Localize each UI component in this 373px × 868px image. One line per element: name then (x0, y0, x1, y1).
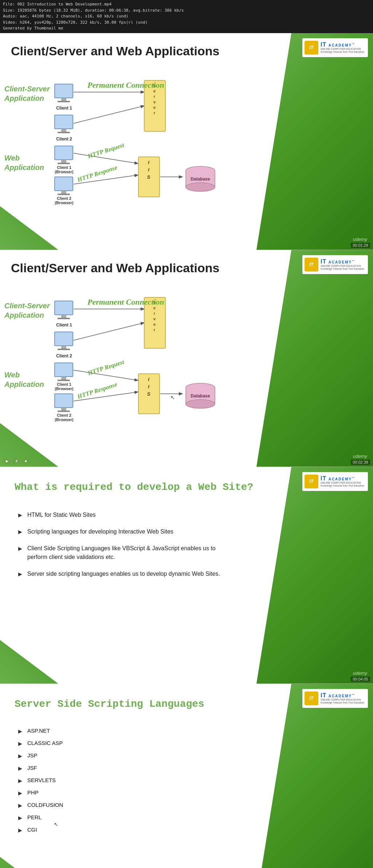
svg-rect-25 (58, 194, 70, 195)
slide4-bullet-jsp: ▶ JSP (18, 752, 63, 759)
svg-line-28 (74, 153, 138, 163)
slide4-bullet-perl: ▶ PERL (18, 814, 63, 821)
slide3-logo-text: IT ACADEMY™ ONLINE COMPUTER EDUCATION Kn… (321, 476, 364, 487)
slide4-frame: IT IT ACADEMY™ ONLINE COMPUTER EDUCATION… (0, 684, 373, 868)
svg-text:↖: ↖ (170, 395, 175, 400)
svg-rect-43 (55, 301, 73, 315)
slide4-bullet-coldfusion: ▶ COLDFUSION (18, 802, 63, 808)
svg-rect-4 (55, 115, 73, 129)
file-info-header: File: 002 Introduction to Web Developmen… (0, 0, 373, 33)
slide2-logo-icon: IT (305, 258, 318, 272)
slide1-udemy: udemy (353, 237, 367, 242)
slide2-udemy: udemy (353, 453, 367, 459)
slide4-logo-tagline: Knowledge Treasure from True Educators (321, 701, 364, 704)
svg-text:r: r (154, 311, 156, 316)
svg-text:e: e (153, 322, 156, 326)
slide4-arrow-perl: ▶ (18, 815, 22, 821)
svg-rect-61 (55, 363, 73, 377)
slide1-diagram: Client 1 Client 2 S e r v e r Permanent … (0, 33, 373, 250)
stop-icon[interactable]: ■ (22, 458, 30, 464)
slide3-udemy: udemy (353, 670, 367, 676)
slide3-bullet-text-2: Scripting languages for developing Inter… (27, 527, 173, 536)
svg-text:I: I (148, 160, 149, 165)
slide4-logo-it: IT ACADEMY™ (321, 693, 364, 698)
slide3: IT IT ACADEMY™ ONLINE COMPUTER EDUCATION… (0, 467, 373, 684)
slide4-bullet-servlets: ▶ SERVLETS (18, 777, 63, 784)
file-info-line4: Video: h264, yuv420p, 1280x720, 322 kb/s… (3, 20, 370, 26)
slide3-logo-academy: ACADEMY™ (329, 477, 356, 481)
svg-text:Permanent Connection: Permanent Connection (87, 297, 164, 306)
slide4-logo-text: IT ACADEMY™ ONLINE COMPUTER EDUCATION Kn… (321, 693, 364, 704)
svg-text:HTTP Response: HTTP Response (76, 381, 118, 400)
svg-point-82 (186, 400, 215, 408)
slide4-bullet-jsf: ▶ JSF (18, 765, 63, 771)
svg-text:(Browser): (Browser) (55, 417, 74, 422)
logo-tm: ™ (352, 43, 355, 45)
svg-rect-24 (61, 191, 66, 194)
slide3-bullet-text-3: Client Side Scripting Languages like VBS… (27, 544, 229, 562)
slide4-logo-icon: IT (305, 691, 318, 705)
slide3-logo-it: IT ACADEMY™ (321, 476, 364, 481)
slide2-diagram: Client 1 Client 2 S e r v e r Permanent … (0, 250, 373, 467)
svg-text:Client 1: Client 1 (56, 106, 72, 111)
slide3-arrow-3: ▶ (18, 545, 22, 552)
slide4-arrow-coldfusion: ▶ (18, 802, 22, 808)
slide2-logo-tm: ™ (352, 259, 355, 262)
svg-text:r: r (154, 328, 156, 332)
play-icon[interactable]: ▶ (3, 458, 11, 464)
slide4-bullet-php: ▶ PHP (18, 789, 63, 796)
svg-line-9 (74, 106, 144, 123)
svg-rect-20 (58, 163, 70, 164)
slide3-logo: IT IT ACADEMY™ ONLINE COMPUTER EDUCATION… (302, 472, 368, 491)
slide4-bullet-aspnet: ▶ ASP.NET (18, 728, 63, 734)
slide2-logo-tagline: Knowledge Treasure from True Educators (321, 267, 364, 270)
slide2-timestamp: 00:02:38 (351, 460, 370, 465)
svg-text:Permanent Connection: Permanent Connection (87, 80, 164, 90)
svg-text:HTTP Response: HTTP Response (76, 164, 118, 183)
logo-it-text: IT ACADEMY™ (321, 42, 364, 48)
svg-rect-66 (55, 394, 73, 408)
it-academy-logo: IT IT ACADEMY™ ONLINE COMPUTER EDUCATION… (302, 38, 368, 57)
logo-text-block: IT ACADEMY™ ONLINE COMPUTER EDUCATION Kn… (321, 42, 364, 53)
svg-text:v: v (153, 100, 156, 104)
slide1-title: Client/Server and Web Applications (11, 44, 219, 58)
slide4-aspnet-text: ASP.NET (27, 728, 50, 734)
slide3-logo-tm: ™ (352, 476, 355, 479)
svg-rect-48 (61, 346, 66, 349)
svg-rect-63 (58, 380, 70, 381)
pause-icon[interactable]: ⏸ (12, 458, 20, 464)
slide4-logo-online: ONLINE COMPUTER EDUCATION (321, 698, 364, 701)
svg-rect-6 (58, 132, 70, 133)
slide2-web-label: Web Application (4, 370, 54, 389)
slide4-classic-asp-text: CLASSIC ASP (27, 740, 63, 746)
svg-line-52 (74, 323, 144, 340)
slide1-frame: IT IT ACADEMY™ ONLINE COMPUTER EDUCATION… (0, 33, 373, 250)
svg-line-71 (74, 370, 138, 380)
slide4-logo: IT IT ACADEMY™ ONLINE COMPUTER EDUCATION… (302, 689, 368, 708)
slide3-bg-left (0, 640, 58, 684)
slide2-logo: IT IT ACADEMY™ ONLINE COMPUTER EDUCATION… (302, 255, 368, 274)
slide3-bullet-3: ▶ Client Side Scripting Languages like V… (18, 544, 229, 562)
svg-text:Client 1: Client 1 (57, 165, 71, 170)
slide2-logo-it: IT ACADEMY™ (321, 259, 364, 265)
slide2-logo-text: IT ACADEMY™ ONLINE COMPUTER EDUCATION Kn… (321, 259, 364, 270)
svg-text:HTTP Request: HTTP Request (86, 358, 125, 377)
svg-rect-67 (61, 408, 66, 411)
slide4-cgi-text: CGI (27, 827, 37, 833)
slide2-bottom-controls[interactable]: ▶ ⏸ ■ (3, 458, 30, 464)
logo-academy-text: ACADEMY™ (329, 43, 356, 47)
slide3-bullet-4: ▶ Server side scripting languages enable… (18, 570, 229, 578)
slide2-cs-label: Client-Server Application (4, 301, 54, 320)
svg-rect-44 (61, 315, 66, 318)
slide4-logo-academy: ACADEMY™ (329, 694, 356, 698)
slide2-logo-academy: ACADEMY™ (329, 260, 356, 264)
slide1: IT IT ACADEMY™ ONLINE COMPUTER EDUCATION… (0, 33, 373, 250)
slide3-logo-tagline: Knowledge Treasure from True Educators (321, 484, 364, 487)
slide3-title: What is required to develop a Web Site? (15, 481, 253, 493)
file-info-line3: Audio: aac, 44100 Hz, 2 channels, s16, 6… (3, 13, 370, 20)
slide3-bullet-text-1: HTML for Static Web Sites (27, 511, 96, 519)
svg-text:Client 1: Client 1 (56, 322, 72, 328)
svg-text:Client 2: Client 2 (56, 136, 72, 142)
slide4-bullet-cgi: ▶ CGI (18, 827, 63, 833)
svg-rect-68 (58, 411, 70, 412)
